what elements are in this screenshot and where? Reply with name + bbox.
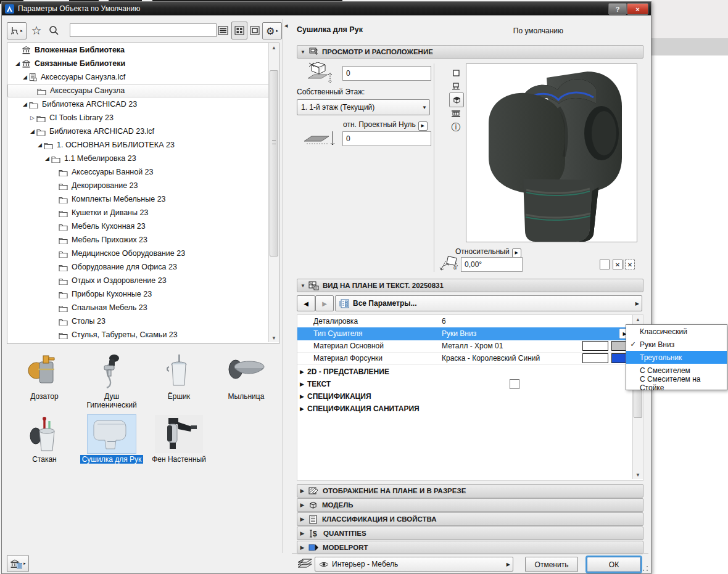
- tree-item[interactable]: Вложенная Библиотека: [7, 43, 279, 57]
- tree-item[interactable]: Мебель Кухонная 23: [7, 219, 279, 233]
- tree-item[interactable]: ◢1.1 Мебелировка 23: [7, 152, 279, 165]
- tree-item[interactable]: ◢Связанные Библиотеки: [7, 57, 279, 70]
- view-3d-button-selected[interactable]: [449, 92, 464, 107]
- scrollbar-thumb[interactable]: [270, 70, 278, 256]
- tree-item[interactable]: Аксессуары Ванной 23: [7, 165, 279, 179]
- dashed-checkbox[interactable]: ✕: [625, 260, 635, 269]
- param-row[interactable]: Деталировка6: [297, 315, 632, 328]
- tree-item[interactable]: Мебель Прихожих 23: [7, 233, 279, 247]
- scroll-up-icon: ▲: [633, 315, 643, 324]
- all-parameters-dropdown[interactable]: Все Параметры... ▶: [335, 295, 642, 311]
- expander-open-icon: ◢: [43, 155, 51, 162]
- pen-swatch[interactable]: [582, 341, 608, 351]
- gallery-item[interactable]: Дозатор: [12, 352, 77, 401]
- caret-right-icon: ▶: [297, 544, 307, 551]
- tree-item[interactable]: Оборудование для Офиса 23: [7, 260, 279, 274]
- gallery-item[interactable]: Фен Настенный: [146, 415, 212, 464]
- modelport-icon: [308, 544, 318, 551]
- param-group-row[interactable]: ▶2D - ПРЕДСТАВЛЕНИЕ: [297, 366, 632, 378]
- section-quantities[interactable]: ▶ $ QUANTITIES: [297, 527, 643, 540]
- object-type-button[interactable]: ▸: [7, 22, 27, 39]
- param-row[interactable]: Материал ОсновнойМеталл - Хром 01: [297, 340, 632, 353]
- gallery-item[interactable]: Душ Гигиенический: [79, 352, 144, 409]
- menu-arrow-icon: ▸: [23, 561, 26, 566]
- view-plan-button[interactable]: [449, 80, 463, 93]
- tree-item[interactable]: ◢1. ОСНОВНАЯ БИБЛИОТЕКА 23: [7, 138, 279, 152]
- tree-item[interactable]: ◢Аксессуары Санузла.lcf: [7, 70, 279, 84]
- view-2d-symbol-button[interactable]: [449, 66, 463, 80]
- scroll-down-icon: ▼: [269, 334, 279, 342]
- rotation-angle-field[interactable]: 0,00°: [461, 257, 523, 272]
- section-model[interactable]: ▶ МОДЕЛЬ: [297, 498, 643, 512]
- close-button[interactable]: ×: [627, 3, 648, 15]
- info-icon[interactable]: ⓘ: [449, 120, 463, 134]
- tree-scrollbar[interactable]: ▲ ▼: [268, 43, 279, 342]
- list-view-button[interactable]: [215, 22, 230, 38]
- tree-item[interactable]: Стулья, Табуреты, Скамьи 23: [7, 328, 279, 342]
- tree-item[interactable]: Медицинское Оборудование 23: [7, 247, 279, 260]
- ok-button[interactable]: ОК: [587, 557, 641, 572]
- next-param-button[interactable]: ▶: [315, 295, 334, 311]
- gallery-item[interactable]: Стакан: [12, 415, 77, 464]
- param-row[interactable]: Материал ФорсункиКраска - Королевский Си…: [297, 352, 632, 365]
- gallery-item[interactable]: Ёршик: [146, 352, 212, 401]
- gallery-item[interactable]: Мыльница: [213, 352, 279, 401]
- titlebar[interactable]: Параметры Объекта по Умолчанию: [2, 2, 651, 15]
- layers-icon[interactable]: [297, 558, 313, 573]
- expander-open-icon: ◢: [36, 142, 44, 148]
- bottom-offset-field[interactable]: 0: [342, 131, 431, 146]
- checked-checkbox[interactable]: ✕: [613, 260, 623, 269]
- section-modelport[interactable]: ▶ MODELPORT: [297, 541, 643, 554]
- search-icon[interactable]: [46, 22, 61, 38]
- param-group-row[interactable]: ▶СПЕЦИФИКАЦИЯ: [297, 390, 632, 403]
- section-plan-view-text[interactable]: ▼ ВИД НА ПЛАНЕ И ТЕКСТ. 20250831: [297, 279, 643, 292]
- menu-item[interactable]: С Смесителем на Стойке: [626, 377, 727, 390]
- reference-popup-icon[interactable]: ▶: [418, 121, 428, 131]
- home-story-select[interactable]: 1. 1-й этаж (Текущий) ▼: [297, 99, 430, 115]
- search-input[interactable]: [70, 23, 217, 37]
- tree-item[interactable]: Декорирование 23: [7, 179, 279, 192]
- text-group-checkbox[interactable]: [510, 379, 519, 389]
- object-3d-preview[interactable]: [466, 64, 637, 242]
- collapse-panel-icon[interactable]: ◂: [284, 22, 288, 30]
- section-classification[interactable]: ▶ КЛАССИФИКАЦИЯ И СВОЙСТВА: [297, 512, 643, 526]
- tree-item[interactable]: ◢Библиотека ARCHICAD 23.lcf: [7, 125, 279, 138]
- section-plan-display[interactable]: ▶ ОТОБРАЖЕНИЕ НА ПЛАНЕ И В РАЗРЕЗЕ: [297, 484, 643, 498]
- menu-item-checked[interactable]: ✓Руки Вниз: [626, 338, 727, 351]
- layer-dropdown[interactable]: Интерьер - Мебель ▶: [315, 557, 513, 572]
- resize-grip[interactable]: [642, 565, 648, 572]
- library-manager-button[interactable]: ▸: [7, 555, 29, 572]
- param-group-row[interactable]: ▶СПЕЦИФИКАЦИЯ САНИТАРИЯ: [297, 403, 632, 415]
- tree-item[interactable]: ◢Библиотека ARCHICAD 23: [7, 97, 279, 111]
- menu-item[interactable]: Классический: [626, 325, 727, 338]
- prev-param-button[interactable]: ◀: [297, 295, 315, 311]
- help-button[interactable]: ?: [608, 3, 627, 15]
- relative-popup-icon[interactable]: ▶: [512, 248, 521, 258]
- view-section-button[interactable]: [449, 107, 463, 120]
- pen-swatch[interactable]: [582, 353, 608, 363]
- tree-item[interactable]: Спальная Мебель 23: [7, 301, 279, 314]
- param-row-selected[interactable]: Тип СушителяРуки Вниз ▶: [297, 327, 632, 340]
- tree-item[interactable]: Кушетки и Диваны 23: [7, 206, 279, 219]
- grid-view-button[interactable]: [231, 22, 247, 39]
- gallery-item-selected[interactable]: Сушилка для Рук: [79, 415, 144, 464]
- favorites-star-icon[interactable]: ☆: [29, 22, 44, 38]
- param-group-row[interactable]: ▶ТЕКСТ: [297, 378, 632, 390]
- menu-arrow-icon: ▸: [276, 28, 278, 33]
- cancel-button[interactable]: Отменить: [525, 557, 578, 572]
- mirror-checkbox[interactable]: [600, 260, 610, 269]
- check-icon: ✓: [626, 340, 640, 348]
- caret-down-icon: ▼: [297, 49, 308, 55]
- tree-item[interactable]: Отдых и Оздоровление 23: [7, 274, 279, 287]
- tree-item-selected[interactable]: Аксессуары Санузла: [7, 84, 279, 97]
- tree-item[interactable]: ▷CI Tools Library 23: [7, 111, 279, 125]
- footer-divider: [292, 553, 648, 554]
- top-offset-field[interactable]: 0: [342, 66, 431, 81]
- single-view-button[interactable]: [247, 22, 262, 38]
- tree-item[interactable]: Комплекты Мебельные 23: [7, 192, 279, 206]
- tree-item[interactable]: Столы 23: [7, 314, 279, 328]
- menu-item-highlighted[interactable]: Треугольник: [626, 351, 727, 364]
- tree-item[interactable]: Приборы Кухонные 23: [7, 287, 279, 301]
- section-preview-positioning[interactable]: ▼ ПРОСМОТР И РАСПОЛОЖЕНИЕ: [297, 45, 643, 59]
- settings-gear-button[interactable]: ⚙ ▸: [262, 22, 282, 39]
